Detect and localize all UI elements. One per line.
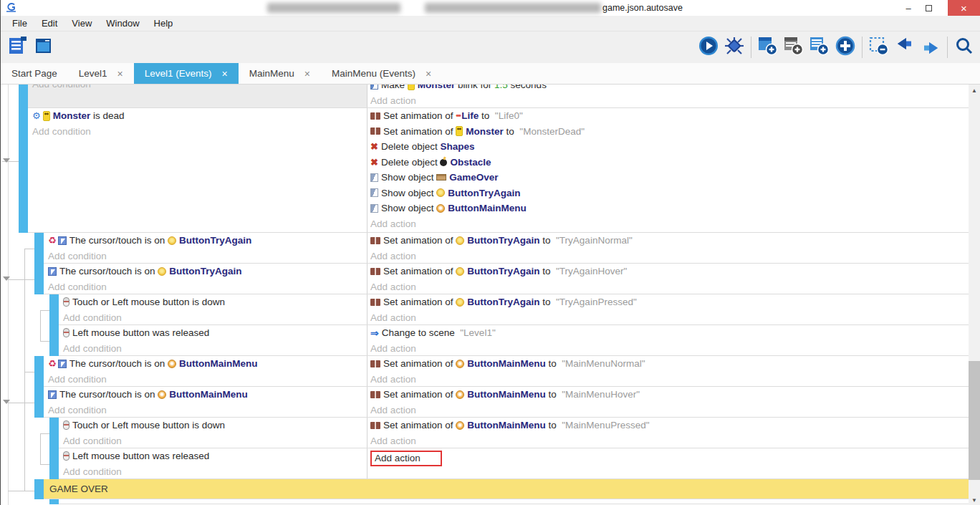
action-line[interactable]: Add action bbox=[368, 310, 969, 325]
event-tryagain-not-hovered[interactable]: ♻The cursor/touch is on ButtonTryAgainAd… bbox=[1, 233, 969, 264]
add-subevent-button[interactable] bbox=[781, 34, 807, 60]
condition-line[interactable]: Add condition bbox=[44, 279, 367, 294]
condition-line[interactable]: Left mouse button was released bbox=[59, 325, 367, 341]
condition-line[interactable]: ♻The cursor/touch is on ButtonMainMenu bbox=[44, 356, 367, 372]
add-action-button[interactable]: Add action bbox=[370, 282, 416, 292]
close-tab-icon[interactable]: × bbox=[426, 68, 431, 80]
condition-line[interactable]: The cursor/touch is on ButtonMainMenu bbox=[44, 387, 367, 403]
event-monster-hit[interactable]: Add conditionMake Monster blink for 1.5 … bbox=[1, 85, 969, 108]
action-line[interactable]: Set animation of ButtonMainMenu to "Main… bbox=[368, 356, 969, 372]
condition-line[interactable]: The cursor/touch is on ButtonTryAgain bbox=[44, 264, 367, 279]
action-line[interactable]: Set animation of ButtonMainMenu to "Main… bbox=[368, 387, 969, 403]
action-line[interactable]: ✖Delete object Shapes bbox=[368, 139, 969, 155]
redo-button[interactable] bbox=[918, 34, 943, 60]
menu-view[interactable]: View bbox=[64, 16, 99, 32]
action-line[interactable]: Add action bbox=[368, 403, 969, 418]
add-condition-button[interactable]: Add condition bbox=[63, 312, 122, 323]
fold-arrow-icon[interactable] bbox=[3, 400, 10, 404]
action-line[interactable]: Add action bbox=[368, 372, 969, 387]
menu-file[interactable]: File bbox=[5, 16, 34, 32]
add-action-button[interactable]: Add action bbox=[370, 95, 416, 106]
minimize-button[interactable]: – bbox=[899, 0, 918, 16]
add-condition-button[interactable]: Add condition bbox=[48, 405, 107, 415]
event-tryagain-hovered[interactable]: The cursor/touch is on ButtonTryAgainAdd… bbox=[1, 264, 969, 294]
action-line[interactable]: Make Monster blink for 1.5 seconds bbox=[368, 85, 969, 93]
action-line[interactable]: Show object GameOver bbox=[368, 170, 969, 186]
add-action-button[interactable]: Add action bbox=[370, 343, 416, 354]
condition-line[interactable]: Add condition bbox=[44, 372, 367, 387]
action-line[interactable]: Add action bbox=[368, 93, 969, 108]
add-condition-button[interactable]: Add condition bbox=[63, 436, 122, 446]
event-mainmenu-released[interactable]: Left mouse button was releasedAdd condit… bbox=[1, 448, 969, 479]
menu-window[interactable]: Window bbox=[99, 16, 146, 32]
close-button[interactable]: × bbox=[948, 0, 980, 16]
tab-start-page[interactable]: Start Page bbox=[1, 63, 68, 84]
add-condition-button[interactable]: Add condition bbox=[32, 85, 91, 90]
action-line[interactable]: Set animation of •••Life to "Life0" bbox=[368, 108, 969, 124]
restore-button[interactable] bbox=[919, 0, 938, 16]
close-tab-icon[interactable]: × bbox=[304, 68, 310, 80]
event-tryagain-pressed[interactable]: Touch or Left mouse button is downAdd co… bbox=[1, 294, 969, 325]
event-mainmenu-not-hovered[interactable]: ♻The cursor/touch is on ButtonMainMenuAd… bbox=[1, 356, 969, 387]
condition-line[interactable]: Left mouse button was released bbox=[59, 448, 367, 464]
search-button[interactable] bbox=[951, 34, 977, 60]
undo-button[interactable] bbox=[892, 34, 918, 60]
close-tab-icon[interactable]: × bbox=[222, 68, 228, 80]
action-line[interactable]: Set animation of ButtonTryAgain to "TryA… bbox=[368, 233, 969, 249]
add-action-button[interactable]: Add action bbox=[370, 251, 416, 261]
partial-next-event[interactable] bbox=[1, 499, 969, 504]
scrollbar-thumb[interactable] bbox=[969, 361, 980, 480]
condition-line[interactable]: Add condition bbox=[59, 310, 367, 325]
add-condition-button[interactable]: Add condition bbox=[48, 282, 107, 292]
action-line[interactable]: Show object ButtonTryAgain bbox=[368, 186, 969, 201]
action-line[interactable]: Set animation of ButtonMainMenu to "Main… bbox=[368, 418, 969, 433]
condition-line[interactable]: Add condition bbox=[28, 85, 367, 92]
scroll-up-icon[interactable]: ▲ bbox=[969, 85, 980, 96]
event-tryagain-released[interactable]: Left mouse button was releasedAdd condit… bbox=[1, 325, 969, 356]
condition-line[interactable]: ⚙Monster is dead bbox=[28, 108, 367, 124]
add-action-button[interactable]: Add action bbox=[370, 436, 416, 446]
condition-line[interactable]: Add condition bbox=[59, 433, 367, 448]
play-button[interactable] bbox=[696, 34, 721, 60]
action-line[interactable]: Set animation of Monster to "MonsterDead… bbox=[368, 124, 969, 140]
tab-mainmenu-events-[interactable]: MainMenu (Events)× bbox=[321, 63, 442, 84]
add-condition-button[interactable]: Add condition bbox=[48, 374, 107, 385]
action-line[interactable]: Show object ButtonMainMenu bbox=[368, 201, 969, 216]
add-action-button[interactable]: Add action bbox=[370, 374, 416, 385]
menu-help[interactable]: Help bbox=[147, 16, 181, 32]
add-action-button-highlighted[interactable]: Add action bbox=[370, 451, 442, 466]
tab-level1[interactable]: Level1× bbox=[68, 63, 134, 84]
action-line[interactable]: Add action bbox=[368, 433, 969, 448]
action-line[interactable]: Set animation of ButtonTryAgain to "TryA… bbox=[368, 264, 969, 279]
condition-line[interactable]: ♻The cursor/touch is on ButtonTryAgain bbox=[44, 233, 367, 249]
action-line[interactable]: Add action bbox=[368, 249, 969, 264]
condition-line[interactable]: Touch or Left mouse button is down bbox=[59, 418, 367, 433]
add-condition-button[interactable]: Add condition bbox=[48, 251, 107, 261]
condition-line[interactable]: Add condition bbox=[28, 124, 367, 140]
add-event-button[interactable] bbox=[755, 34, 781, 60]
add-action-button[interactable]: Add action bbox=[370, 312, 416, 323]
add-other-event-button[interactable] bbox=[832, 34, 858, 60]
add-condition-button[interactable]: Add condition bbox=[63, 466, 122, 477]
menu-edit[interactable]: Edit bbox=[34, 16, 64, 32]
add-comment-button[interactable] bbox=[807, 34, 832, 60]
scroll-down-icon[interactable]: ▼ bbox=[969, 494, 980, 505]
add-condition-button[interactable]: Add condition bbox=[63, 343, 122, 354]
tab-level1-events-[interactable]: Level1 (Events)× bbox=[134, 63, 239, 84]
action-line[interactable]: Add action bbox=[368, 279, 969, 294]
action-line[interactable]: Add action bbox=[368, 448, 969, 468]
action-line[interactable]: ✖Delete object Obstacle bbox=[368, 155, 969, 170]
condition-line[interactable]: Add condition bbox=[44, 249, 367, 264]
fold-arrow-icon[interactable] bbox=[3, 276, 10, 281]
action-line[interactable]: Set animation of ButtonTryAgain to "TryA… bbox=[368, 294, 969, 310]
action-line[interactable]: ⇒Change to scene "Level1" bbox=[368, 325, 969, 341]
condition-line[interactable]: Touch or Left mouse button is down bbox=[59, 294, 367, 310]
tab-mainmenu[interactable]: MainMenu× bbox=[239, 63, 321, 84]
action-line[interactable]: Add action bbox=[368, 341, 969, 356]
close-tab-icon[interactable]: × bbox=[117, 68, 123, 80]
debug-button[interactable] bbox=[721, 34, 747, 60]
condition-line[interactable]: Add condition bbox=[59, 464, 367, 479]
vertical-scrollbar[interactable]: ▲ ▼ bbox=[969, 85, 980, 505]
condition-line[interactable]: Add condition bbox=[44, 403, 367, 418]
project-manager-button[interactable] bbox=[5, 34, 31, 60]
